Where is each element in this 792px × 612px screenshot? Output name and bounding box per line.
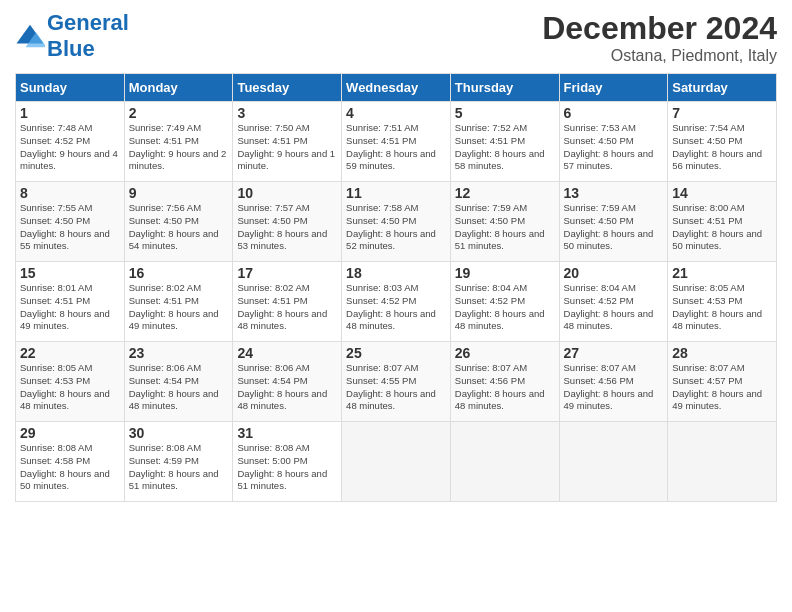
- day-number: 27: [564, 345, 664, 361]
- day-number: 13: [564, 185, 664, 201]
- day-cell-30: 30 Sunrise: 8:08 AM Sunset: 4:59 PM Dayl…: [124, 422, 233, 502]
- day-info: Sunrise: 7:53 AM Sunset: 4:50 PM Dayligh…: [564, 122, 664, 173]
- day-cell-10: 10 Sunrise: 7:57 AM Sunset: 4:50 PM Dayl…: [233, 182, 342, 262]
- day-cell-3: 3 Sunrise: 7:50 AM Sunset: 4:51 PM Dayli…: [233, 102, 342, 182]
- day-number: 11: [346, 185, 446, 201]
- day-number: 19: [455, 265, 555, 281]
- day-cell-17: 17 Sunrise: 8:02 AM Sunset: 4:51 PM Dayl…: [233, 262, 342, 342]
- day-info: Sunrise: 7:54 AM Sunset: 4:50 PM Dayligh…: [672, 122, 772, 173]
- day-number: 7: [672, 105, 772, 121]
- day-number: 16: [129, 265, 229, 281]
- day-number: 28: [672, 345, 772, 361]
- location: Ostana, Piedmont, Italy: [542, 47, 777, 65]
- day-number: 30: [129, 425, 229, 441]
- day-info: Sunrise: 7:58 AM Sunset: 4:50 PM Dayligh…: [346, 202, 446, 253]
- day-cell-7: 7 Sunrise: 7:54 AM Sunset: 4:50 PM Dayli…: [668, 102, 777, 182]
- day-number: 23: [129, 345, 229, 361]
- day-number: 15: [20, 265, 120, 281]
- day-number: 20: [564, 265, 664, 281]
- day-cell-6: 6 Sunrise: 7:53 AM Sunset: 4:50 PM Dayli…: [559, 102, 668, 182]
- day-number: 8: [20, 185, 120, 201]
- col-tuesday: Tuesday: [233, 74, 342, 102]
- logo: General Blue: [15, 10, 129, 62]
- week-row-2: 8 Sunrise: 7:55 AM Sunset: 4:50 PM Dayli…: [16, 182, 777, 262]
- logo-general: General: [47, 10, 129, 35]
- col-wednesday: Wednesday: [342, 74, 451, 102]
- day-cell-13: 13 Sunrise: 7:59 AM Sunset: 4:50 PM Dayl…: [559, 182, 668, 262]
- day-cell-2: 2 Sunrise: 7:49 AM Sunset: 4:51 PM Dayli…: [124, 102, 233, 182]
- calendar-table: Sunday Monday Tuesday Wednesday Thursday…: [15, 73, 777, 502]
- day-info: Sunrise: 8:07 AM Sunset: 4:56 PM Dayligh…: [455, 362, 555, 413]
- month-title: December 2024: [542, 10, 777, 47]
- day-info: Sunrise: 7:48 AM Sunset: 4:52 PM Dayligh…: [20, 122, 120, 173]
- day-number: 29: [20, 425, 120, 441]
- day-cell-19: 19 Sunrise: 8:04 AM Sunset: 4:52 PM Dayl…: [450, 262, 559, 342]
- day-info: Sunrise: 8:03 AM Sunset: 4:52 PM Dayligh…: [346, 282, 446, 333]
- col-friday: Friday: [559, 74, 668, 102]
- logo-text: General Blue: [47, 10, 129, 62]
- day-cell-20: 20 Sunrise: 8:04 AM Sunset: 4:52 PM Dayl…: [559, 262, 668, 342]
- day-info: Sunrise: 8:02 AM Sunset: 4:51 PM Dayligh…: [237, 282, 337, 333]
- day-number: 14: [672, 185, 772, 201]
- day-number: 25: [346, 345, 446, 361]
- day-cell-16: 16 Sunrise: 8:02 AM Sunset: 4:51 PM Dayl…: [124, 262, 233, 342]
- col-sunday: Sunday: [16, 74, 125, 102]
- day-cell-14: 14 Sunrise: 8:00 AM Sunset: 4:51 PM Dayl…: [668, 182, 777, 262]
- main-container: General Blue December 2024 Ostana, Piedm…: [0, 0, 792, 512]
- day-cell-8: 8 Sunrise: 7:55 AM Sunset: 4:50 PM Dayli…: [16, 182, 125, 262]
- day-number: 1: [20, 105, 120, 121]
- day-number: 17: [237, 265, 337, 281]
- day-number: 10: [237, 185, 337, 201]
- day-info: Sunrise: 7:59 AM Sunset: 4:50 PM Dayligh…: [455, 202, 555, 253]
- day-cell-15: 15 Sunrise: 8:01 AM Sunset: 4:51 PM Dayl…: [16, 262, 125, 342]
- day-number: 9: [129, 185, 229, 201]
- day-cell-23: 23 Sunrise: 8:06 AM Sunset: 4:54 PM Dayl…: [124, 342, 233, 422]
- day-cell-4: 4 Sunrise: 7:51 AM Sunset: 4:51 PM Dayli…: [342, 102, 451, 182]
- day-number: 5: [455, 105, 555, 121]
- day-cell-12: 12 Sunrise: 7:59 AM Sunset: 4:50 PM Dayl…: [450, 182, 559, 262]
- day-info: Sunrise: 8:04 AM Sunset: 4:52 PM Dayligh…: [564, 282, 664, 333]
- col-thursday: Thursday: [450, 74, 559, 102]
- day-cell-21: 21 Sunrise: 8:05 AM Sunset: 4:53 PM Dayl…: [668, 262, 777, 342]
- day-cell-27: 27 Sunrise: 8:07 AM Sunset: 4:56 PM Dayl…: [559, 342, 668, 422]
- logo-blue: Blue: [47, 36, 95, 61]
- day-info: Sunrise: 7:59 AM Sunset: 4:50 PM Dayligh…: [564, 202, 664, 253]
- day-cell-25: 25 Sunrise: 8:07 AM Sunset: 4:55 PM Dayl…: [342, 342, 451, 422]
- day-info: Sunrise: 8:08 AM Sunset: 4:59 PM Dayligh…: [129, 442, 229, 493]
- day-info: Sunrise: 7:49 AM Sunset: 4:51 PM Dayligh…: [129, 122, 229, 173]
- week-row-1: 1 Sunrise: 7:48 AM Sunset: 4:52 PM Dayli…: [16, 102, 777, 182]
- day-number: 18: [346, 265, 446, 281]
- day-info: Sunrise: 8:00 AM Sunset: 4:51 PM Dayligh…: [672, 202, 772, 253]
- day-number: 26: [455, 345, 555, 361]
- day-info: Sunrise: 8:04 AM Sunset: 4:52 PM Dayligh…: [455, 282, 555, 333]
- empty-cell: [668, 422, 777, 502]
- day-info: Sunrise: 8:05 AM Sunset: 4:53 PM Dayligh…: [20, 362, 120, 413]
- week-row-5: 29 Sunrise: 8:08 AM Sunset: 4:58 PM Dayl…: [16, 422, 777, 502]
- day-cell-5: 5 Sunrise: 7:52 AM Sunset: 4:51 PM Dayli…: [450, 102, 559, 182]
- day-info: Sunrise: 8:06 AM Sunset: 4:54 PM Dayligh…: [237, 362, 337, 413]
- day-cell-9: 9 Sunrise: 7:56 AM Sunset: 4:50 PM Dayli…: [124, 182, 233, 262]
- day-cell-31: 31 Sunrise: 8:08 AM Sunset: 5:00 PM Dayl…: [233, 422, 342, 502]
- day-number: 31: [237, 425, 337, 441]
- day-info: Sunrise: 7:56 AM Sunset: 4:50 PM Dayligh…: [129, 202, 229, 253]
- col-monday: Monday: [124, 74, 233, 102]
- day-number: 3: [237, 105, 337, 121]
- day-info: Sunrise: 8:06 AM Sunset: 4:54 PM Dayligh…: [129, 362, 229, 413]
- col-saturday: Saturday: [668, 74, 777, 102]
- title-block: December 2024 Ostana, Piedmont, Italy: [542, 10, 777, 65]
- day-number: 24: [237, 345, 337, 361]
- day-cell-1: 1 Sunrise: 7:48 AM Sunset: 4:52 PM Dayli…: [16, 102, 125, 182]
- day-number: 12: [455, 185, 555, 201]
- day-cell-22: 22 Sunrise: 8:05 AM Sunset: 4:53 PM Dayl…: [16, 342, 125, 422]
- day-info: Sunrise: 8:07 AM Sunset: 4:57 PM Dayligh…: [672, 362, 772, 413]
- day-info: Sunrise: 8:05 AM Sunset: 4:53 PM Dayligh…: [672, 282, 772, 333]
- day-number: 6: [564, 105, 664, 121]
- day-info: Sunrise: 8:08 AM Sunset: 4:58 PM Dayligh…: [20, 442, 120, 493]
- logo-icon: [15, 21, 45, 51]
- day-number: 2: [129, 105, 229, 121]
- day-cell-11: 11 Sunrise: 7:58 AM Sunset: 4:50 PM Dayl…: [342, 182, 451, 262]
- header-row: Sunday Monday Tuesday Wednesday Thursday…: [16, 74, 777, 102]
- day-info: Sunrise: 8:08 AM Sunset: 5:00 PM Dayligh…: [237, 442, 337, 493]
- day-info: Sunrise: 7:55 AM Sunset: 4:50 PM Dayligh…: [20, 202, 120, 253]
- empty-cell: [342, 422, 451, 502]
